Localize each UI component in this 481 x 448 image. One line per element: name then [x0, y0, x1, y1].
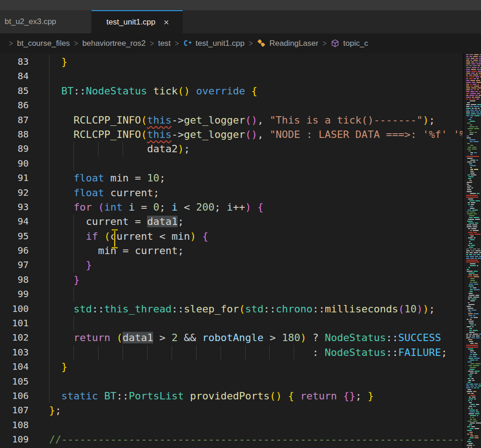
minimap-row	[466, 273, 481, 274]
minimap-row	[466, 261, 481, 262]
code-text: RCLCPP_INFO(this->get_logger(), "This is…	[49, 113, 435, 127]
minimap-row	[466, 254, 481, 255]
code-line[interactable]: 86	[0, 98, 463, 112]
minimap-row	[466, 310, 481, 311]
code-line[interactable]: 83 }	[0, 55, 463, 69]
minimap-row	[466, 391, 481, 392]
code-line[interactable]: 97 }	[0, 258, 463, 272]
minimap-row	[466, 204, 481, 205]
tab-bt-u2-ex3[interactable]: bt_u2_ex3.cpp	[0, 10, 92, 33]
code-line[interactable]: 101	[0, 316, 463, 330]
close-tab-icon[interactable]: ×	[164, 18, 169, 27]
minimap-row	[466, 313, 481, 314]
minimap-row	[466, 323, 481, 324]
code-line[interactable]: 106 static BT::PortsList providedPorts()…	[0, 389, 463, 403]
code-line[interactable]: 90	[0, 156, 463, 171]
minimap-row	[466, 330, 481, 331]
minimap-row	[466, 199, 481, 199]
minimap-row	[466, 352, 481, 353]
code-line[interactable]: 99	[0, 287, 463, 301]
code-line[interactable]: 104 }	[0, 360, 463, 374]
minimap-row	[466, 200, 481, 201]
code-line[interactable]: 105	[0, 374, 463, 389]
line-number: 108	[0, 418, 29, 432]
minimap-row	[466, 113, 481, 114]
minimap-row	[466, 300, 481, 301]
minimap-row	[466, 156, 481, 157]
line-number: 97	[0, 258, 29, 272]
minimap-row	[466, 213, 481, 214]
title-bar	[0, 0, 481, 10]
minimap-row	[466, 195, 481, 196]
breadcrumb-item-bt-course-files[interactable]: bt_course_files	[17, 39, 70, 48]
minimap-row	[466, 136, 481, 137]
code-line[interactable]: 103 : NodeStatus::FAILURE;	[0, 345, 463, 360]
minimap-row	[466, 334, 481, 335]
minimap-row	[466, 252, 481, 253]
code-text: }	[49, 258, 92, 272]
minimap-row	[466, 341, 481, 342]
chevron-right-icon: >	[175, 38, 179, 48]
code-line[interactable]: 84	[0, 69, 463, 83]
code-line[interactable]: 93 for (int i = 0; i < 200; i++) {	[0, 200, 463, 214]
minimap-row	[466, 76, 481, 77]
minimap-row	[466, 265, 481, 266]
code-text: if (current < min) {	[49, 229, 208, 243]
minimap-row	[466, 91, 481, 92]
breadcrumb-item-test[interactable]: test	[158, 39, 171, 48]
minimap-row	[466, 360, 481, 361]
minimap-row	[466, 410, 481, 411]
minimap-row	[466, 397, 481, 398]
chevron-right-icon: >	[249, 38, 253, 48]
code-line[interactable]: 89 data2);	[0, 142, 463, 156]
breadcrumb-item-topic-callback[interactable]: topic_c	[331, 39, 368, 48]
minimap-row	[466, 395, 481, 396]
breadcrumb-item-readinglaser[interactable]: ReadingLaser	[257, 39, 318, 48]
minimap-row	[466, 267, 481, 268]
code-line[interactable]: 92 float current;	[0, 186, 463, 200]
code-line[interactable]: 98 }	[0, 273, 463, 287]
minimap-row	[466, 154, 481, 155]
minimap-row	[466, 78, 481, 79]
code-text: std::this_thread::sleep_for(std::chrono:…	[49, 302, 435, 316]
line-number: 92	[0, 186, 29, 200]
minimap-row	[466, 402, 481, 403]
code-line[interactable]: 102 return (data1 > 2 && robotAngle > 18…	[0, 330, 463, 345]
minimap-row	[466, 162, 481, 162]
minimap-row	[466, 441, 481, 442]
code-line[interactable]: 91 float min = 10;	[0, 171, 463, 185]
code-line[interactable]: 88 RCLCPP_INFO(this->get_logger(), "NODE…	[0, 127, 463, 142]
tab-test-unit1[interactable]: test_unit1.cpp ×	[92, 10, 183, 33]
minimap[interactable]	[462, 53, 481, 448]
minimap-row	[466, 398, 481, 399]
minimap-row	[466, 293, 481, 294]
indent-guide	[49, 287, 49, 301]
code-line[interactable]: 85 BT::NodeStatus tick() override {	[0, 84, 463, 98]
breadcrumb-item-behaviortree-ros2[interactable]: behaviortree_ros2	[82, 39, 146, 48]
code-lines[interactable]: 83 }8485 BT::NodeStatus tick() override …	[0, 53, 463, 448]
code-line[interactable]: 109//-----------------------------------…	[0, 432, 463, 447]
code-line[interactable]: 94 current = data1;	[0, 214, 463, 229]
code-line[interactable]: 87 RCLCPP_INFO(this->get_logger(), "This…	[0, 113, 463, 127]
minimap-row	[466, 150, 481, 151]
code-text: float min = 10;	[49, 171, 166, 185]
breadcrumb-item-test-unit1-cpp[interactable]: C test_unit1.cpp	[183, 39, 245, 48]
minimap-row	[466, 63, 481, 64]
minimap-row	[466, 434, 481, 435]
code-line[interactable]: 108	[0, 418, 463, 432]
minimap-row	[466, 174, 481, 175]
minimap-row	[466, 287, 481, 288]
line-number: 107	[0, 403, 29, 417]
code-line[interactable]: 95 if (current < min) {	[0, 229, 463, 243]
line-number: 93	[0, 200, 29, 214]
code-line[interactable]: 100 std::this_thread::sleep_for(std::chr…	[0, 302, 463, 316]
line-number: 96	[0, 243, 29, 258]
minimap-row	[466, 223, 481, 224]
code-line[interactable]: 96 min = current;	[0, 243, 463, 258]
minimap-row	[466, 178, 481, 179]
minimap-row	[466, 432, 481, 433]
line-number: 91	[0, 171, 29, 185]
code-line[interactable]: 107};	[0, 403, 463, 417]
line-number: 99	[0, 287, 29, 301]
minimap-row	[466, 297, 481, 298]
